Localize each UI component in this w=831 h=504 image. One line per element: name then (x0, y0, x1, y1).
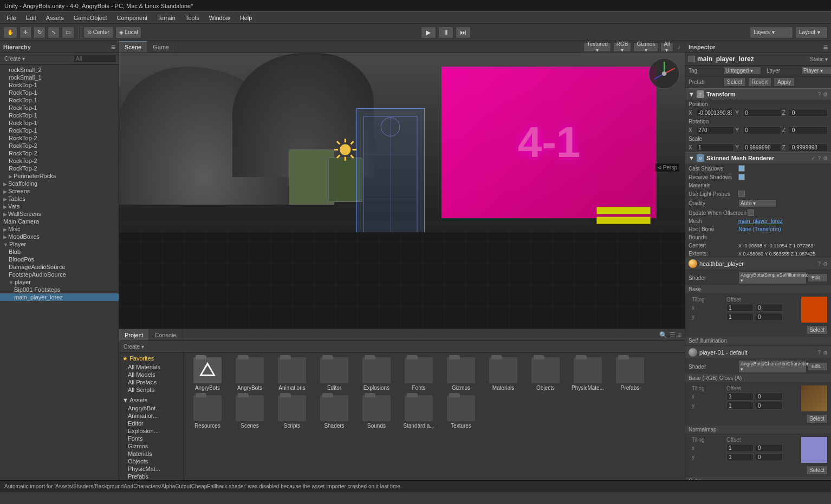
scene-textured[interactable]: Textured ▾ (583, 42, 611, 52)
folder-objects[interactable]: Objects (527, 357, 564, 391)
hier-item-rocktop1-a[interactable]: RockTop-1 (0, 81, 119, 89)
rot-x-field[interactable] (696, 126, 734, 134)
folder-physicmate[interactable]: PhysicMate... (569, 357, 607, 391)
folder-fonts[interactable]: Fonts (400, 357, 438, 391)
hier-item-misc[interactable]: ▶Misc (0, 225, 119, 233)
rot-y-field[interactable] (743, 126, 781, 134)
folder-gizmos[interactable]: Gizmos (442, 357, 480, 391)
hier-item-vats[interactable]: ▶Vats (0, 202, 119, 210)
insp-layer-dropdown[interactable]: Player ▾ (801, 67, 831, 75)
proj-sidebar-animator[interactable]: Animatior... (119, 412, 184, 420)
folder-resources[interactable]: Resources (189, 395, 226, 429)
use-light-probes-checkbox[interactable] (738, 191, 745, 197)
root-bone-value[interactable]: None (Transform) (738, 226, 781, 232)
hier-item-rocktop2-a[interactable]: RockTop-2 (0, 134, 119, 142)
folder-standarda[interactable]: Standard a... (400, 395, 438, 429)
pos-x-field[interactable] (696, 109, 734, 117)
transform-component-header[interactable]: ▼ T Transform ? ⚙ (685, 88, 831, 100)
hier-item-rocktop1-d[interactable]: RockTop-1 (0, 104, 119, 112)
transform-gear-icon[interactable]: ⚙ (823, 91, 828, 97)
hier-item-screens[interactable]: ▶Screens (0, 187, 119, 195)
proj-create[interactable]: Create ▾ (121, 343, 146, 350)
folder-shaders[interactable]: Shaders (315, 395, 353, 429)
hier-item-rocktop2-e[interactable]: RockTop-2 (0, 165, 119, 172)
scene-rgb[interactable]: RGB ▾ (613, 42, 632, 52)
healthbar-shader-dropdown[interactable]: AngryBots/SimpleSelfIlluminator ▾ (738, 271, 807, 284)
hier-item-rocksmall1[interactable]: rockSmall_1 (0, 74, 119, 81)
step-button[interactable]: ⏭ (456, 27, 471, 38)
hier-item-damageaudio[interactable]: DamageAudioSource (0, 263, 119, 271)
hier-item-rocktop2-c[interactable]: RockTop-2 (0, 149, 119, 157)
pos-y-field[interactable] (743, 109, 781, 117)
healthbar-mat-header[interactable]: healthbar_player ? ⚙ (685, 258, 831, 270)
hier-item-wallscreens[interactable]: ▶WallScreens (0, 210, 119, 218)
insp-static-label[interactable]: Static ▾ (810, 56, 828, 62)
menu-assets[interactable]: Assets (42, 14, 68, 22)
hier-item-rocktop1-f[interactable]: RockTop-1 (0, 119, 119, 127)
proj-sidebar-objects[interactable]: Objects (119, 457, 184, 465)
insp-select-btn[interactable]: Select (723, 77, 746, 87)
menu-gameobject[interactable]: GameObject (69, 14, 112, 22)
hier-item-rocktop1-c[interactable]: RockTop-1 (0, 96, 119, 104)
healthbar-off-y[interactable] (756, 313, 783, 321)
proj-sidebar-explosions[interactable]: Explosion... (119, 427, 184, 435)
player-mat-question-icon[interactable]: ? (817, 350, 821, 356)
hier-item-blob[interactable]: Blob (0, 248, 119, 256)
player-color-swatch[interactable] (801, 385, 828, 412)
menu-terrain[interactable]: Terrain (153, 14, 180, 22)
proj-sidebar-editor[interactable]: Editor (119, 420, 184, 427)
proj-sidebar-fonts[interactable]: Fonts (119, 435, 184, 442)
hier-item-moodboxes[interactable]: ▶MoodBoxes (0, 233, 119, 240)
hier-item-rocktop1-g[interactable]: RockTop-1 (0, 127, 119, 134)
scale-x-field[interactable] (696, 143, 734, 152)
skinned-question-icon[interactable]: ? (817, 155, 821, 161)
pos-z-field[interactable] (790, 109, 828, 117)
tool-hand[interactable]: ✋ (3, 27, 17, 38)
folder-angrybots[interactable]: AngryBots (231, 357, 269, 391)
normalmap-tile-x[interactable] (726, 444, 754, 452)
hier-item-mainplayer[interactable]: main_player_lorez (0, 293, 119, 301)
normalmap-tile-y[interactable] (726, 453, 754, 461)
pause-button[interactable]: ⏸ (438, 27, 453, 38)
scale-y-field[interactable] (743, 143, 781, 152)
hierarchy-create[interactable]: Create ▾ (2, 55, 27, 62)
menu-window[interactable]: Window (205, 14, 235, 22)
proj-sidebar-angrybots[interactable]: AngrybBot... (119, 404, 184, 412)
player-tile-x[interactable] (726, 392, 754, 401)
scene-all[interactable]: All ▾ (660, 42, 673, 52)
mesh-value[interactable]: main_player_lorez (738, 218, 783, 224)
hier-item-scaffolding[interactable]: ▶Scaffolding (0, 180, 119, 187)
proj-fav-allmaterials[interactable]: All Materials (119, 363, 184, 371)
healthbar-off-x[interactable] (756, 304, 783, 312)
tab-game[interactable]: Game (147, 41, 175, 53)
proj-fav-allmodels[interactable]: All Models (119, 371, 184, 378)
hier-item-tables[interactable]: ▶Tables (0, 195, 119, 202)
receive-shadows-checkbox[interactable] (738, 174, 745, 180)
scene-view[interactable]: 4-1 (119, 53, 685, 329)
skinned-gear-icon[interactable]: ⚙ (823, 155, 828, 161)
insp-tag-dropdown[interactable]: Untagged ▾ (723, 67, 761, 75)
proj-favorites-header[interactable]: ★ Favorites (119, 354, 184, 363)
proj-sidebar-physicmat[interactable]: PhysicMat... (119, 465, 184, 473)
hier-item-player[interactable]: ▼Player (0, 240, 119, 248)
folder-scenes[interactable]: Scenes (231, 395, 269, 429)
proj-icon3[interactable]: ≡ (678, 331, 681, 339)
layout-dropdown[interactable]: Layout ▾ (795, 27, 828, 38)
tab-scene[interactable]: Scene (119, 41, 147, 53)
insp-apply-btn[interactable]: Apply (774, 77, 795, 87)
hier-item-rockssmall2[interactable]: rockSmall_2 (0, 66, 119, 74)
healthbar-gear-icon[interactable]: ⚙ (823, 261, 828, 267)
proj-sidebar-prefabs[interactable]: Prefabs (119, 473, 184, 480)
healthbar-edit-btn[interactable]: Edit... (808, 273, 828, 282)
proj-sidebar-gizmos[interactable]: Gizmos (119, 442, 184, 450)
scale-z-field[interactable] (790, 143, 828, 152)
hier-item-perimeterrocks[interactable]: ▶PerimeterRocks (0, 172, 119, 180)
healthbar-select-btn[interactable]: Select (806, 325, 828, 335)
cast-shadows-checkbox[interactable] (738, 165, 745, 172)
skinned-check-icon[interactable]: ✓ (811, 155, 815, 161)
hier-item-rocktop2-d[interactable]: RockTop-2 (0, 157, 119, 165)
update-offscreen-checkbox[interactable] (748, 210, 754, 216)
hier-item-footstepaudio[interactable]: FootstepAudioSource (0, 271, 119, 278)
tab-project[interactable]: Project (119, 329, 149, 341)
healthbar-color-swatch[interactable] (801, 296, 828, 323)
